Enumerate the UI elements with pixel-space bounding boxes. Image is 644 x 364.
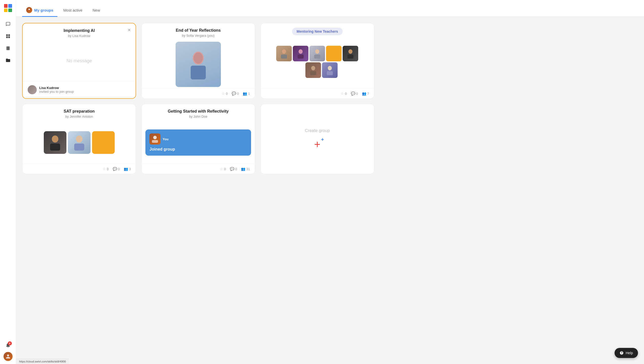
sidebar: 8 [0, 0, 16, 364]
star-icon: ☆ [341, 92, 344, 96]
help-label: Help [626, 351, 633, 355]
comment-icon: 💬 [113, 167, 117, 171]
member-photo [322, 62, 338, 78]
inviter-avatar [28, 85, 37, 94]
group-card-sat[interactable]: SAT preparation by Jennifer Aniston [22, 104, 136, 174]
card-subtitle: by Sofia Vergara (you) [146, 34, 250, 37]
svg-rect-10 [347, 55, 353, 59]
members-stat: 👥 1 [243, 92, 250, 96]
card-body: No message [23, 41, 136, 81]
card-body [261, 35, 374, 88]
member-photo [276, 46, 292, 61]
joined-message: You Joined group [145, 129, 251, 156]
svg-rect-8 [314, 55, 320, 59]
group-card-create[interactable]: Create group + + [260, 104, 374, 174]
svg-rect-12 [310, 71, 316, 75]
members-icon: 👥 [243, 92, 247, 96]
members-stat: 👥 31 [241, 167, 250, 171]
members-icon: 👥 [241, 167, 245, 171]
card-body [22, 121, 136, 164]
svg-rect-1 [191, 66, 206, 79]
invite-footer: Lisa Kudrow invited you to join group [23, 81, 136, 98]
group-card-getting-started[interactable]: Getting Started with Reflectivity by Joh… [141, 104, 255, 174]
member-photo [309, 46, 325, 61]
svg-rect-6 [298, 55, 304, 59]
app-logo[interactable] [3, 3, 13, 13]
help-button[interactable]: Help [615, 348, 638, 358]
invite-text-block: Lisa Kudrow invited you to join group [39, 86, 74, 94]
star-icon: ☆ [220, 167, 223, 171]
svg-point-7 [315, 49, 319, 54]
comment-icon: 💬 [232, 92, 236, 96]
member-photo [305, 62, 321, 78]
tab-most-active[interactable]: Most active [59, 5, 87, 16]
you-label: You [163, 137, 169, 141]
person-photo [176, 42, 221, 87]
card-title: Getting Started with Reflectivity [146, 109, 250, 114]
member-photo [44, 131, 66, 154]
dashboard-icon[interactable] [3, 31, 13, 41]
comment-icon: 💬 [230, 167, 234, 171]
notification-badge: 8 [8, 341, 12, 345]
media-icon[interactable] [3, 43, 13, 53]
card-header: End of Year Reflections by Sofia Vergara… [141, 23, 255, 40]
card-title: End of Year Reflections [146, 28, 250, 33]
member-mosaic [264, 46, 371, 78]
card-subtitle: by John Doe [146, 115, 250, 118]
svg-rect-16 [50, 144, 60, 151]
tab-new[interactable]: New [89, 5, 104, 16]
group-card-end-of-year[interactable]: End of Year Reflections by Sofia Vergara… [141, 23, 255, 99]
svg-point-9 [348, 49, 352, 54]
svg-rect-14 [327, 71, 333, 75]
comment-icon: 💬 [351, 92, 355, 96]
tabs-bar: My groups Most active New [16, 0, 644, 17]
chat-icon[interactable] [3, 19, 13, 29]
svg-point-15 [52, 135, 58, 143]
tab-my-groups[interactable]: My groups [22, 4, 57, 17]
card-footer: ☆ 0 💬 0 👥 7 [261, 88, 374, 99]
no-message-text: No message [66, 58, 92, 64]
card-footer: ☆ 0 💬 0 👥 3 [22, 164, 136, 174]
star-icon: ☆ [222, 92, 225, 96]
member-photo [343, 46, 358, 61]
create-group-label: Create group [305, 128, 330, 133]
joined-text: Joined group [149, 147, 247, 152]
card-footer: ☆ 0 💬 0 👥 1 [141, 88, 255, 99]
card-header: Implementing AI by Lisa Kudrow [23, 23, 136, 41]
group-card-implementing-ai[interactable]: ✕ Implementing AI by Lisa Kudrow No mess… [22, 23, 136, 99]
card-title: SAT preparation [27, 109, 131, 114]
svg-point-19 [153, 136, 157, 139]
stars-stat: ☆ 0 [222, 92, 228, 96]
svg-point-3 [282, 49, 286, 54]
comments-stat: 💬 0 [351, 92, 358, 96]
group-badge: Mentoring New Teachers [292, 28, 343, 35]
members-icon: 👥 [124, 167, 128, 171]
comments-stat: 💬 0 [232, 92, 239, 96]
invite-description: invited you to join group [39, 90, 74, 94]
card-header: SAT preparation by Jennifer Aniston [22, 104, 136, 121]
create-plus-icon: + + [314, 139, 320, 150]
comments-stat: 💬 0 [230, 167, 237, 171]
you-avatar [149, 133, 160, 145]
member-photo-orange [326, 46, 342, 61]
user-avatar[interactable] [4, 352, 13, 361]
folder-icon[interactable] [3, 55, 13, 65]
card-header: Getting Started with Reflectivity by Joh… [141, 104, 255, 121]
group-card-mentoring[interactable]: Mentoring New Teachers [260, 23, 374, 99]
star-icon: ☆ [103, 167, 106, 171]
main-content: My groups Most active New ✕ Implementing… [16, 0, 644, 364]
notification-bell[interactable]: 8 [5, 342, 11, 349]
card-body: You Joined group [141, 121, 255, 164]
member-photo-orange [92, 131, 115, 154]
stars-stat: ☆ 0 [220, 167, 226, 171]
card-subtitle: by Jennifer Aniston [27, 115, 131, 118]
svg-point-11 [311, 66, 315, 70]
card-footer: ☆ 0 💬 0 👥 31 [141, 164, 255, 174]
status-bar: https://cloud.swivl.com/skills/skill/490… [16, 359, 69, 364]
svg-point-2 [194, 53, 203, 64]
stars-stat: ☆ 0 [103, 167, 109, 171]
svg-point-13 [328, 66, 332, 70]
svg-point-17 [76, 135, 83, 143]
card-title: Implementing AI [28, 28, 131, 33]
comments-stat: 💬 0 [113, 167, 120, 171]
